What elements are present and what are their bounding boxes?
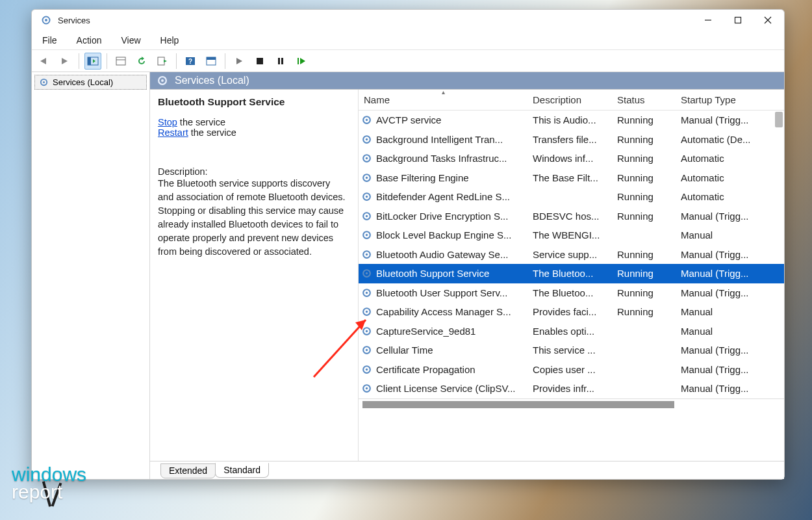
service-startup-type: Automatic <box>676 191 759 202</box>
tab-standard[interactable]: Standard <box>215 463 269 478</box>
service-row[interactable]: Bluetooth Support ServiceThe Bluetoo...R… <box>359 264 784 283</box>
properties-button[interactable] <box>112 53 129 70</box>
service-row[interactable]: Background Tasks Infrastruc...Windows in… <box>359 149 784 168</box>
service-row[interactable]: Block Level Backup Engine S...The WBENGI… <box>359 226 784 245</box>
pause-service-button[interactable] <box>272 53 289 70</box>
gear-icon <box>361 134 372 145</box>
service-name: Block Level Backup Engine S... <box>376 229 511 240</box>
service-row[interactable]: CaptureService_9ed81Enables opti...Manua… <box>359 322 784 341</box>
close-button[interactable] <box>753 10 783 31</box>
col-description[interactable]: Description <box>527 90 612 110</box>
watermark-logo: windowsreport <box>12 465 86 500</box>
tab-extended[interactable]: Extended <box>160 463 216 478</box>
back-button[interactable] <box>36 53 53 70</box>
col-startup-type[interactable]: Startup Type <box>676 90 759 110</box>
service-description: This service ... <box>527 344 612 356</box>
service-row[interactable]: Bluetooth User Support Serv...The Blueto… <box>359 283 784 303</box>
gear-icon <box>361 268 372 279</box>
service-status: Running <box>612 306 676 317</box>
client-panel: Services (Local) Bluetooth Support Servi… <box>150 72 784 479</box>
details-pane-button[interactable] <box>203 53 220 70</box>
maximize-button[interactable] <box>723 10 753 31</box>
restart-service-button[interactable] <box>293 53 310 70</box>
service-startup-type: Automatic <box>676 172 759 183</box>
service-row[interactable]: Bluetooth Audio Gateway Se...Service sup… <box>359 245 784 265</box>
menu-bar: File Action View Help <box>32 31 784 50</box>
vertical-scrollbar-thumb[interactable] <box>775 112 783 127</box>
svg-marker-7 <box>62 58 68 64</box>
svg-point-34 <box>366 157 368 159</box>
service-description: The Bluetoo... <box>527 268 612 279</box>
export-list-button[interactable] <box>154 53 171 70</box>
horizontal-scrollbar-thumb[interactable] <box>362 401 674 408</box>
service-startup-type: Manual (Trigg... <box>676 211 759 222</box>
menu-file[interactable]: File <box>42 35 57 46</box>
service-startup-type: Manual (Trigg... <box>676 364 759 375</box>
service-row[interactable]: Certificate PropagationCopies user ...Ma… <box>359 360 784 380</box>
service-row[interactable]: BitLocker Drive Encryption S...BDESVC ho… <box>359 207 784 226</box>
service-name: Bluetooth Audio Gateway Se... <box>376 249 508 260</box>
gear-icon <box>361 249 372 260</box>
nav-panel: Services (Local) <box>32 72 150 479</box>
gear-icon <box>361 344 372 356</box>
gear-icon <box>361 287 372 298</box>
title-bar[interactable]: Services <box>32 10 784 31</box>
service-startup-type: Manual (Trigg... <box>676 268 759 279</box>
service-startup-type: Manual <box>676 229 759 240</box>
gear-icon <box>39 77 49 87</box>
stop-service-button[interactable] <box>251 53 268 70</box>
service-startup-type: Manual (Trigg... <box>676 287 759 298</box>
nav-item-services-local[interactable]: Services (Local) <box>34 75 147 90</box>
help-button[interactable]: ? <box>182 53 199 70</box>
svg-text:?: ? <box>188 58 192 65</box>
service-name: BitLocker Drive Encryption S... <box>376 211 508 222</box>
service-startup-type: Manual (Trigg... <box>676 114 759 125</box>
services-window: Services File Action View Help ? <box>31 9 785 480</box>
description-label: Description: <box>158 166 348 177</box>
start-service-button[interactable] <box>231 53 247 70</box>
selected-service-name: Bluetooth Support Service <box>158 96 348 108</box>
service-description: The WBENGI... <box>527 229 612 240</box>
col-status[interactable]: Status <box>612 90 676 110</box>
gear-icon <box>361 172 372 183</box>
minimize-button[interactable] <box>693 10 723 31</box>
svg-rect-20 <box>257 58 263 64</box>
restart-service-link[interactable]: Restart <box>158 127 188 138</box>
service-row[interactable]: Base Filtering EngineThe Base Filt...Run… <box>359 168 784 188</box>
svg-rect-3 <box>735 18 741 23</box>
toolbar: ? <box>32 50 784 72</box>
service-description: Transfers file... <box>527 134 612 145</box>
menu-view[interactable]: View <box>121 35 140 46</box>
service-row[interactable]: Cellular TimeThis service ...Manual (Tri… <box>359 341 784 360</box>
service-startup-type: Manual (Trigg... <box>676 383 759 394</box>
service-row[interactable]: Capability Access Manager S...Provides f… <box>359 302 784 322</box>
refresh-button[interactable] <box>133 53 150 70</box>
detail-stop-line: Stop the service <box>158 117 348 127</box>
menu-help[interactable]: Help <box>160 35 179 46</box>
service-row[interactable]: Client License Service (ClipSV...Provide… <box>359 379 784 398</box>
service-status: Running <box>612 134 676 145</box>
svg-rect-11 <box>116 57 125 65</box>
show-hide-tree-button[interactable] <box>84 53 101 70</box>
service-startup-type: Manual <box>676 306 759 317</box>
svg-marker-14 <box>164 60 167 62</box>
col-name[interactable]: ▴Name <box>359 90 527 110</box>
service-row[interactable]: AVCTP serviceThis is Audio...RunningManu… <box>359 110 784 130</box>
service-row[interactable]: Background Intelligent Tran...Transfers … <box>359 130 784 150</box>
gear-icon <box>361 306 372 317</box>
service-name: Background Intelligent Tran... <box>376 134 503 145</box>
service-status: Running <box>612 114 676 125</box>
forward-button[interactable] <box>57 53 73 70</box>
service-row[interactable]: Bitdefender Agent RedLine S...RunningAut… <box>359 187 784 207</box>
svg-point-38 <box>366 196 368 198</box>
svg-point-30 <box>366 119 368 121</box>
stop-service-link[interactable]: Stop <box>158 117 177 127</box>
service-name: AVCTP service <box>376 114 441 125</box>
menu-action[interactable]: Action <box>77 35 102 46</box>
service-status: Running <box>612 287 676 298</box>
horizontal-scrollbar[interactable] <box>359 398 784 410</box>
service-description: This is Audio... <box>527 114 612 125</box>
service-startup-type: Manual (Trigg... <box>676 344 759 356</box>
service-name: CaptureService_9ed81 <box>376 326 476 337</box>
gear-icon <box>157 75 168 86</box>
